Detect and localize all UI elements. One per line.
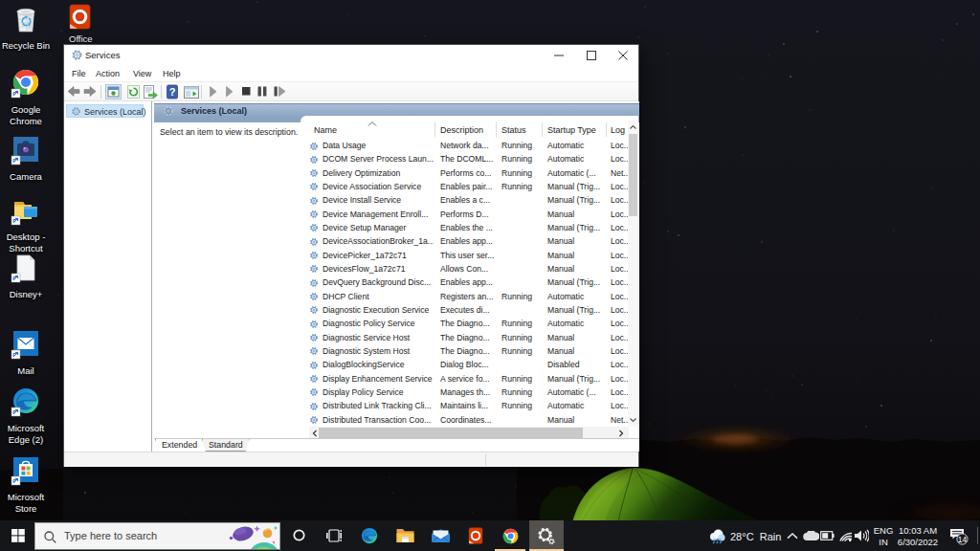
svg-text:?: ?: [169, 86, 176, 98]
svg-text:14: 14: [958, 535, 968, 544]
